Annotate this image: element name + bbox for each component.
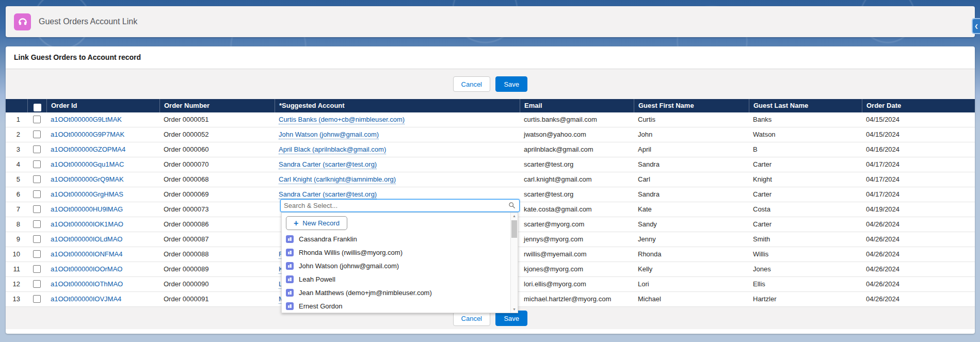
guest-last-name: Carter xyxy=(749,217,862,232)
row-checkbox[interactable] xyxy=(33,220,41,228)
suggested-account-link[interactable]: April Black (aprilnblack@gmail.com) xyxy=(279,145,386,154)
row-checkbox[interactable] xyxy=(33,175,41,183)
table-row: 4 a1OOt000000Gqu1MAC Order 0000070 Sandr… xyxy=(6,157,975,172)
order-id-link[interactable]: a1OOt000000GrQ9MAK xyxy=(51,175,124,183)
select-all-checkbox[interactable] xyxy=(34,104,41,111)
order-number: Order 0000052 xyxy=(159,127,275,142)
row-checkbox[interactable] xyxy=(33,131,41,138)
scrollbar-thumb[interactable] xyxy=(511,220,517,238)
account-option-label: Leah Powell xyxy=(299,275,335,283)
guest-first-name: Curtis xyxy=(634,112,749,127)
account-icon xyxy=(286,235,294,243)
row-checkbox[interactable] xyxy=(33,160,41,168)
chevron-left-icon: ❮ xyxy=(974,24,978,29)
suggested-account-link[interactable]: John Watson (johnw@gmail.com) xyxy=(279,131,379,139)
guest-last-name: Ellis xyxy=(749,277,862,291)
order-date: 04/16/2024 xyxy=(862,142,975,157)
order-number: Order 0000060 xyxy=(159,142,275,157)
order-id-link[interactable]: a1OOt000000IONFMA4 xyxy=(51,250,122,258)
order-number: Order 0000073 xyxy=(159,202,275,217)
email: carl.knight@gmail.com xyxy=(520,172,634,187)
suggested-account-link[interactable]: Sandra Carter (scarter@test.org) xyxy=(279,190,377,199)
email: scarter@test.org xyxy=(520,187,634,202)
email: michael.hartzler@myorg.com xyxy=(520,292,634,306)
guest-first-name: John xyxy=(634,127,749,142)
row-checkbox[interactable] xyxy=(33,265,41,273)
account-icon xyxy=(286,302,294,310)
account-search-input[interactable] xyxy=(280,199,520,212)
email: lori.ellis@myorg.com xyxy=(520,277,634,291)
account-icon xyxy=(286,289,294,297)
order-number: Order 0000089 xyxy=(159,262,275,276)
select-all-cell xyxy=(27,99,46,112)
account-option[interactable]: Cassandra Franklin xyxy=(286,232,508,246)
order-date: 04/15/2024 xyxy=(862,112,975,127)
col-email: Email xyxy=(520,99,634,112)
order-id-link[interactable]: a1OOt000000IOLdMAO xyxy=(51,235,122,243)
side-panel-toggle[interactable]: ❮ xyxy=(972,18,980,34)
row-number: 4 xyxy=(6,157,27,172)
guest-last-name: Banks xyxy=(749,112,862,127)
row-number: 12 xyxy=(6,277,27,291)
order-date: 04/17/2024 xyxy=(862,187,975,202)
order-id-link[interactable]: a1OOt000000IOVJMA4 xyxy=(51,295,121,303)
suggested-account-link[interactable]: Carl Knight (carlknight@iamnimble.org) xyxy=(279,175,396,184)
col-suggested-account: *Suggested Account xyxy=(275,99,520,112)
order-id-link[interactable]: a1OOt000000G9P7MAK xyxy=(51,131,124,138)
row-checkbox[interactable] xyxy=(33,116,41,123)
account-option[interactable]: John Watson (johnw@gmail.com) xyxy=(286,259,508,272)
order-id-link[interactable]: a1OOt000000IOThMAO xyxy=(51,280,123,288)
guest-first-name: Jenny xyxy=(634,232,749,247)
checkbox-cell xyxy=(27,202,46,217)
guest-first-name: Sandy xyxy=(634,217,749,232)
order-id-link[interactable]: a1OOt000000GrgHMAS xyxy=(51,190,123,198)
row-checkbox[interactable] xyxy=(33,250,41,258)
row-number: 1 xyxy=(6,112,27,127)
account-option[interactable]: Leah Powell xyxy=(286,272,508,286)
account-option[interactable]: Jean Matthews (demo+jm@nimbleuser.com) xyxy=(286,286,508,299)
cancel-button[interactable]: Cancel xyxy=(453,76,490,92)
row-checkbox[interactable] xyxy=(33,280,41,288)
order-date: 04/26/2024 xyxy=(862,247,975,262)
row-checkbox[interactable] xyxy=(33,145,41,153)
col-order-id: Order Id xyxy=(46,99,159,112)
checkbox-cell xyxy=(27,127,46,142)
row-checkbox[interactable] xyxy=(33,235,41,243)
table-header: Order Id Order Number *Suggested Account… xyxy=(6,99,975,112)
save-button[interactable]: Save xyxy=(495,76,527,92)
order-id-link[interactable]: a1OOt000000HU9lMAG xyxy=(51,205,123,213)
email: kjones@myorg.com xyxy=(520,262,634,276)
guest-last-name: Willis xyxy=(749,247,862,262)
order-date: 04/15/2024 xyxy=(862,127,975,142)
order-id-link[interactable]: a1OOt000000GZOPMA4 xyxy=(51,145,125,153)
order-number: Order 0000070 xyxy=(159,157,275,172)
guest-last-name: Jones xyxy=(749,262,862,276)
suggested-account-link[interactable]: Curtis Banks (demo+cb@nimbleuser.com) xyxy=(279,116,405,124)
scroll-up-arrow[interactable]: ▲ xyxy=(511,214,518,218)
order-date: 04/26/2024 xyxy=(862,277,975,291)
scroll-down-arrow[interactable]: ▼ xyxy=(511,307,518,311)
order-id-link[interactable]: a1OOt000000Gqu1MAC xyxy=(51,160,124,168)
suggested-account-link[interactable]: Sandra Carter (scarter@test.org) xyxy=(279,160,377,169)
dropdown-scrollbar[interactable]: ▲ ▼ xyxy=(510,213,518,313)
new-record-button[interactable]: + New Record xyxy=(286,216,347,230)
account-option-label: Rhonda Willis (rwillis@myorg.com) xyxy=(299,249,403,256)
order-date: 04/17/2024 xyxy=(862,172,975,187)
order-id-link[interactable]: a1OOt000000G9LtMAK xyxy=(51,116,122,123)
row-number-header xyxy=(6,99,27,112)
account-option[interactable]: Ernest Gordon xyxy=(286,299,508,313)
checkbox-cell xyxy=(27,217,46,232)
order-id-link[interactable]: a1OOt000000IOOrMAO xyxy=(51,265,122,273)
app-header: Guest Orders Account Link xyxy=(6,6,975,37)
row-checkbox[interactable] xyxy=(33,205,41,213)
row-checkbox[interactable] xyxy=(33,295,41,303)
table-row: 1 a1OOt000000G9LtMAK Order 0000051 Curti… xyxy=(6,112,975,127)
order-id-link[interactable]: a1OOt000000IOK1MAO xyxy=(51,220,123,228)
account-option[interactable]: Rhonda Willis (rwillis@myorg.com) xyxy=(286,246,508,259)
email: aprilnblack@gmail.com xyxy=(520,142,634,157)
table-row: 2 a1OOt000000G9P7MAK Order 0000052 John … xyxy=(6,127,975,142)
guest-last-name: Watson xyxy=(749,127,862,142)
email: jennys@myorg.com xyxy=(520,232,634,247)
row-checkbox[interactable] xyxy=(33,190,41,198)
row-number: 2 xyxy=(6,127,27,142)
